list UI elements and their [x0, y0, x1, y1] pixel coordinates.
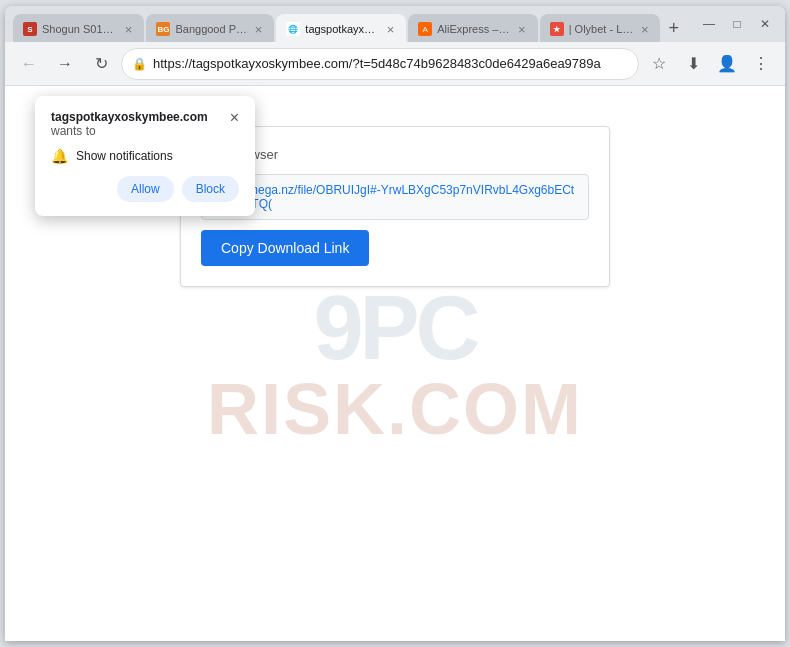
menu-button[interactable]: ⋮	[745, 48, 777, 80]
download-button[interactable]: ⬇	[677, 48, 709, 80]
bookmark-button[interactable]: ☆	[643, 48, 675, 80]
minimize-button[interactable]: —	[697, 12, 721, 36]
maximize-button[interactable]: □	[725, 12, 749, 36]
tab-favicon-shogun: S	[23, 22, 37, 36]
allow-button[interactable]: Allow	[117, 176, 174, 202]
reload-button[interactable]: ↻	[85, 48, 117, 80]
popup-header: tagspotkayxoskymbee.com wants to ×	[51, 110, 239, 138]
tab-close-ali[interactable]: ×	[516, 21, 528, 38]
window-controls: — □ ✕	[697, 12, 777, 36]
tab-close-olybet[interactable]: ×	[639, 21, 651, 38]
bell-icon: 🔔	[51, 148, 68, 164]
content-area: 9PC RISK.COM ...y... browser https://meg…	[5, 86, 785, 641]
popup-wants-text: wants to	[51, 124, 208, 138]
tabs-area: S Shogun S01E01.m... × BG Banggood Русск…	[13, 6, 685, 42]
tab-ali[interactable]: A AliExpress – Onlin... ×	[408, 14, 537, 42]
tab-label-olybet: | Olybet - Lazybos	[569, 23, 634, 35]
info-text: ...y... browser	[201, 147, 589, 162]
back-button[interactable]: ←	[13, 48, 45, 80]
watermark-top: 9PC	[313, 283, 476, 373]
nav-actions: ☆ ⬇ 👤 ⋮	[643, 48, 777, 80]
tab-shogun[interactable]: S Shogun S01E01.m... ×	[13, 14, 144, 42]
tab-label-ali: AliExpress – Onlin...	[437, 23, 511, 35]
tab-tagsspot[interactable]: 🌐 tagspotkayxoskym... ×	[276, 14, 406, 42]
forward-button[interactable]: →	[49, 48, 81, 80]
tab-label-shogun: Shogun S01E01.m...	[42, 23, 118, 35]
watermark-bottom: RISK.COM	[207, 373, 583, 445]
title-bar: S Shogun S01E01.m... × BG Banggood Русск…	[5, 6, 785, 42]
close-window-button[interactable]: ✕	[753, 12, 777, 36]
nav-bar: ← → ↻ 🔒 https://tagspotkayxoskymbee.com/…	[5, 42, 785, 86]
popup-actions: Allow Block	[51, 176, 239, 202]
popup-site-name: tagspotkayxoskymbee.com	[51, 110, 208, 124]
address-bar[interactable]: 🔒 https://tagspotkayxoskymbee.com/?t=5d4…	[121, 48, 639, 80]
browser-window: S Shogun S01E01.m... × BG Banggood Русск…	[5, 6, 785, 641]
popup-title-group: tagspotkayxoskymbee.com wants to	[51, 110, 208, 138]
tab-close-shogun[interactable]: ×	[123, 21, 135, 38]
tab-favicon-tagsspot: 🌐	[286, 22, 300, 36]
url-text: https://tagspotkayxoskymbee.com/?t=5d48c…	[153, 56, 628, 71]
tab-banggood[interactable]: BG Banggood Русско... ×	[146, 14, 274, 42]
popup-notification-row: 🔔 Show notifications	[51, 148, 239, 164]
tab-olybet[interactable]: ★ | Olybet - Lazybos ×	[540, 14, 661, 42]
tab-close-banggood[interactable]: ×	[253, 21, 265, 38]
tab-favicon-ali: A	[418, 22, 432, 36]
tab-close-tagsspot[interactable]: ×	[385, 21, 397, 38]
lock-icon: 🔒	[132, 57, 147, 71]
block-button[interactable]: Block	[182, 176, 239, 202]
new-tab-button[interactable]: +	[662, 14, 685, 42]
notification-popup: tagspotkayxoskymbee.com wants to × 🔔 Sho…	[35, 96, 255, 216]
copy-download-link-button[interactable]: Copy Download Link	[201, 230, 369, 266]
popup-close-button[interactable]: ×	[230, 110, 239, 126]
download-link-text: https://mega.nz/file/OBRUIJgI#-YrwLBXgC5…	[201, 174, 589, 220]
profile-button[interactable]: 👤	[711, 48, 743, 80]
tab-label-tagsspot: tagspotkayxoskym...	[305, 23, 379, 35]
tab-favicon-banggood: BG	[156, 22, 170, 36]
tab-favicon-olybet: ★	[550, 22, 564, 36]
tab-label-banggood: Banggood Русско...	[175, 23, 247, 35]
show-notifications-label: Show notifications	[76, 149, 173, 163]
